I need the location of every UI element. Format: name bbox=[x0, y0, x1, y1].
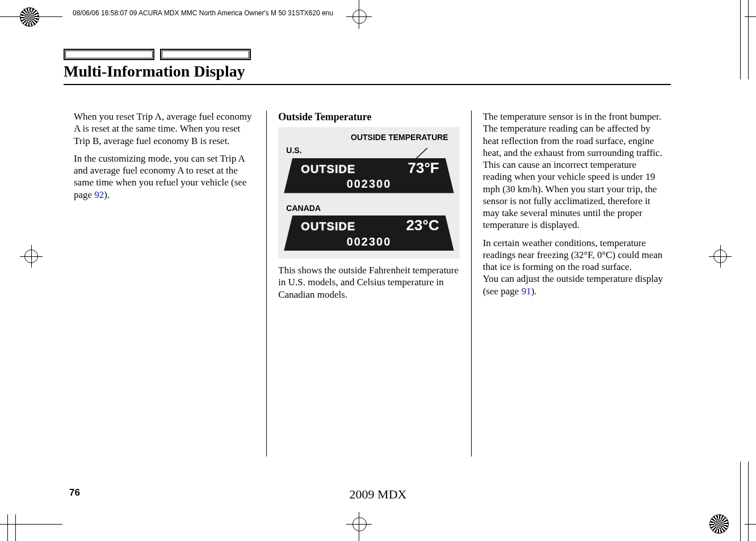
lcd-label: OUTSIDE bbox=[301, 219, 355, 234]
lcd-temperature: 73°F bbox=[408, 159, 439, 177]
header-tab-boxes bbox=[64, 49, 671, 60]
column-separator bbox=[471, 111, 472, 457]
lcd-odometer: 002300 bbox=[347, 235, 392, 248]
illustration-box: OUTSIDE TEMPERATURE U.S. OUTSIDE 73°F 00… bbox=[278, 127, 459, 259]
page-title: Multi-Information Display bbox=[64, 62, 671, 81]
column-2: Outside Temperature OUTSIDE TEMPERATURE … bbox=[278, 111, 459, 457]
section-subhead: Outside Temperature bbox=[278, 111, 459, 124]
print-header: 08/06/06 16:58:07 09 ACURA MDX MMC North… bbox=[73, 9, 333, 17]
trim-line-icon bbox=[7, 514, 8, 541]
trim-line-icon bbox=[15, 514, 16, 541]
body-text: ). bbox=[531, 286, 537, 297]
lcd-display-us: OUTSIDE 73°F 002300 bbox=[284, 158, 453, 193]
header-tab-box bbox=[64, 49, 154, 60]
crop-line-icon bbox=[745, 16, 756, 17]
body-text: The temperature sensor is in the front b… bbox=[483, 111, 664, 231]
lcd-display-canada: OUTSIDE 23°C 002300 bbox=[284, 215, 453, 251]
trim-line-icon bbox=[740, 0, 741, 79]
footer-model-year: 2009 MDX bbox=[0, 487, 756, 502]
body-text: ). bbox=[104, 189, 110, 200]
header-tab-box bbox=[160, 49, 251, 60]
page-reference-link[interactable]: 91 bbox=[522, 286, 531, 297]
registration-mark-icon bbox=[20, 245, 43, 268]
column-separator bbox=[266, 111, 267, 457]
body-text: You can adjust the outside temperature d… bbox=[483, 273, 663, 296]
lcd-odometer: 002300 bbox=[347, 177, 392, 190]
body-text: In certain weather conditions, temperatu… bbox=[483, 237, 664, 297]
callout-label: OUTSIDE TEMPERATURE bbox=[284, 133, 448, 143]
body-text: In the customizing mode, you can set Tri… bbox=[74, 153, 255, 201]
column-1: When you reset Trip A, average fuel econ… bbox=[74, 111, 255, 457]
crop-mark-top-icon bbox=[346, 0, 372, 28]
body-text: In certain weather conditions, temperatu… bbox=[483, 238, 663, 273]
crop-mark-bottom-icon bbox=[346, 513, 372, 541]
color-registration-icon bbox=[20, 7, 39, 27]
body-text: This shows the outside Fahrenheit temper… bbox=[278, 264, 459, 301]
page-reference-link[interactable]: 92 bbox=[94, 189, 104, 200]
crop-line-icon bbox=[0, 524, 62, 525]
region-label: CANADA bbox=[286, 204, 453, 214]
color-registration-icon bbox=[709, 514, 729, 534]
registration-mark-icon bbox=[709, 245, 732, 268]
title-rule bbox=[64, 84, 671, 85]
body-text: When you reset Trip A, average fuel econ… bbox=[74, 111, 255, 147]
crop-line-icon bbox=[745, 524, 756, 525]
lcd-temperature: 23°C bbox=[406, 216, 439, 235]
region-label: U.S. bbox=[286, 146, 453, 156]
column-3: The temperature sensor is in the front b… bbox=[483, 111, 664, 457]
trim-line-icon bbox=[748, 0, 749, 79]
lcd-label: OUTSIDE bbox=[301, 162, 355, 176]
